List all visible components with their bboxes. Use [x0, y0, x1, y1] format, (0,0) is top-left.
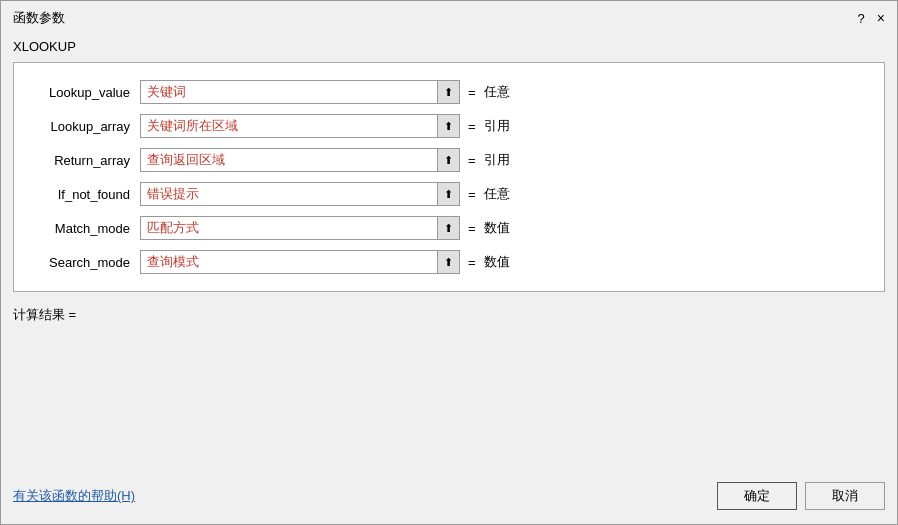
- param-label-5: Search_mode: [30, 255, 140, 270]
- param-type-1: 引用: [484, 117, 510, 135]
- param-input-1[interactable]: [141, 116, 437, 137]
- dialog-footer: 有关该函数的帮助(H) 确定 取消: [1, 472, 897, 524]
- result-area: 计算结果 =: [13, 292, 885, 330]
- title-bar: 函数参数 ? ×: [1, 1, 897, 33]
- param-input-wrap-1: ⬆: [140, 114, 460, 138]
- param-row: Search_mode ⬆ = 数值: [30, 245, 868, 279]
- param-input-wrap-0: ⬆: [140, 80, 460, 104]
- param-equals-3: =: [460, 187, 484, 202]
- param-ref-button-4[interactable]: ⬆: [437, 217, 459, 239]
- param-label-1: Lookup_array: [30, 119, 140, 134]
- param-input-wrap-2: ⬆: [140, 148, 460, 172]
- arrow-icon-5: ⬆: [444, 257, 453, 268]
- param-type-3: 任意: [484, 185, 510, 203]
- param-equals-1: =: [460, 119, 484, 134]
- param-input-0[interactable]: [141, 82, 437, 103]
- param-equals-5: =: [460, 255, 484, 270]
- param-row: Return_array ⬆ = 引用: [30, 143, 868, 177]
- ok-button[interactable]: 确定: [717, 482, 797, 510]
- param-label-0: Lookup_value: [30, 85, 140, 100]
- arrow-icon-2: ⬆: [444, 155, 453, 166]
- param-type-4: 数值: [484, 219, 510, 237]
- param-input-5[interactable]: [141, 252, 437, 273]
- param-ref-button-3[interactable]: ⬆: [437, 183, 459, 205]
- result-label: 计算结果 =: [13, 307, 76, 322]
- param-ref-button-1[interactable]: ⬆: [437, 115, 459, 137]
- arrow-icon-0: ⬆: [444, 87, 453, 98]
- help-button[interactable]: ?: [858, 11, 865, 26]
- dialog-title: 函数参数: [13, 9, 65, 27]
- param-ref-button-2[interactable]: ⬆: [437, 149, 459, 171]
- param-type-5: 数值: [484, 253, 510, 271]
- param-row: Lookup_value ⬆ = 任意: [30, 75, 868, 109]
- param-equals-0: =: [460, 85, 484, 100]
- param-ref-button-5[interactable]: ⬆: [437, 251, 459, 273]
- arrow-icon-1: ⬆: [444, 121, 453, 132]
- param-ref-button-0[interactable]: ⬆: [437, 81, 459, 103]
- param-input-3[interactable]: [141, 184, 437, 205]
- dialog-content: XLOOKUP Lookup_value ⬆ = 任意 Lookup_array…: [1, 33, 897, 472]
- help-link[interactable]: 有关该函数的帮助(H): [13, 487, 135, 505]
- param-row: If_not_found ⬆ = 任意: [30, 177, 868, 211]
- param-input-wrap-3: ⬆: [140, 182, 460, 206]
- arrow-icon-3: ⬆: [444, 189, 453, 200]
- param-input-4[interactable]: [141, 218, 437, 239]
- param-equals-4: =: [460, 221, 484, 236]
- title-bar-controls: ? ×: [858, 11, 885, 26]
- param-row: Match_mode ⬆ = 数值: [30, 211, 868, 245]
- param-input-2[interactable]: [141, 150, 437, 171]
- param-type-0: 任意: [484, 83, 510, 101]
- param-row: Lookup_array ⬆ = 引用: [30, 109, 868, 143]
- param-input-wrap-4: ⬆: [140, 216, 460, 240]
- param-label-4: Match_mode: [30, 221, 140, 236]
- function-name: XLOOKUP: [13, 33, 885, 62]
- footer-buttons: 确定 取消: [717, 482, 885, 510]
- param-input-wrap-5: ⬆: [140, 250, 460, 274]
- dialog-window: 函数参数 ? × XLOOKUP Lookup_value ⬆ = 任意 Loo…: [0, 0, 898, 525]
- param-type-2: 引用: [484, 151, 510, 169]
- param-label-3: If_not_found: [30, 187, 140, 202]
- cancel-button[interactable]: 取消: [805, 482, 885, 510]
- close-button[interactable]: ×: [877, 11, 885, 25]
- arrow-icon-4: ⬆: [444, 223, 453, 234]
- param-label-2: Return_array: [30, 153, 140, 168]
- params-area: Lookup_value ⬆ = 任意 Lookup_array ⬆ = 引用 …: [13, 62, 885, 292]
- param-equals-2: =: [460, 153, 484, 168]
